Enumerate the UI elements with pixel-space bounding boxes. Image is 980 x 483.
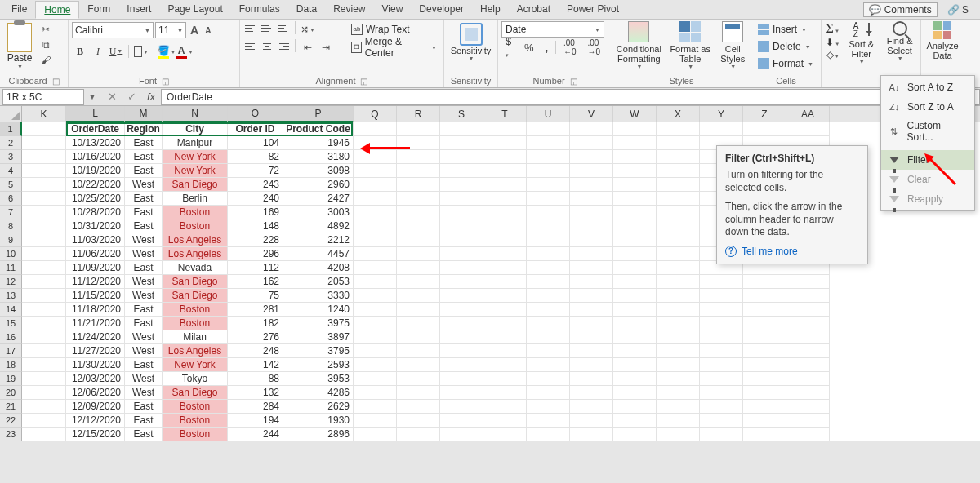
cell[interactable]: [397, 192, 440, 206]
cell[interactable]: [483, 386, 527, 400]
cell[interactable]: [354, 247, 397, 261]
cell[interactable]: [613, 261, 657, 275]
cell[interactable]: [613, 358, 657, 372]
cell[interactable]: [743, 344, 786, 358]
cell[interactable]: East: [125, 358, 163, 372]
cell[interactable]: [483, 344, 527, 358]
cell[interactable]: Boston: [163, 414, 228, 428]
cell[interactable]: [440, 178, 483, 192]
cell[interactable]: West: [125, 247, 163, 261]
cell[interactable]: [786, 122, 830, 136]
increase-decimal-button[interactable]: .00←0: [559, 38, 581, 56]
cell[interactable]: 1240: [283, 303, 354, 317]
tab-developer[interactable]: Developer: [411, 1, 472, 19]
cell[interactable]: [570, 372, 613, 386]
cell[interactable]: [354, 317, 397, 330]
col-header-P[interactable]: P: [283, 106, 354, 122]
cell[interactable]: San Diego: [163, 178, 228, 192]
menu-sort-za[interactable]: Z↓Sort Z to A: [881, 97, 974, 117]
cell[interactable]: East: [125, 150, 163, 164]
cell[interactable]: [354, 386, 397, 400]
cell[interactable]: [613, 330, 657, 344]
cell[interactable]: [22, 289, 66, 303]
cell[interactable]: 10/22/2020: [66, 178, 125, 192]
cell[interactable]: [570, 206, 613, 219]
cell[interactable]: [22, 303, 66, 317]
row-header[interactable]: 3: [0, 150, 22, 164]
dialog-launcher-icon[interactable]: ◲: [162, 77, 169, 86]
cell[interactable]: [440, 317, 483, 330]
cell[interactable]: [527, 414, 570, 428]
cell[interactable]: [354, 136, 397, 150]
cell[interactable]: 11/15/2020: [66, 289, 125, 303]
cell[interactable]: [440, 233, 483, 247]
cell[interactable]: [397, 275, 440, 289]
col-header-R[interactable]: R: [397, 106, 440, 122]
row-header[interactable]: 4: [0, 164, 22, 178]
cell[interactable]: [657, 400, 700, 414]
cell[interactable]: [440, 247, 483, 261]
cell[interactable]: 169: [228, 206, 283, 219]
cell[interactable]: [657, 247, 700, 261]
cell[interactable]: [483, 261, 527, 275]
align-left-button[interactable]: [243, 39, 258, 54]
col-header-N[interactable]: N: [163, 106, 228, 122]
cell[interactable]: [22, 261, 66, 275]
cell[interactable]: [613, 303, 657, 317]
cell[interactable]: 3953: [283, 372, 354, 386]
cell[interactable]: [570, 261, 613, 275]
dialog-launcher-icon[interactable]: ◲: [570, 77, 577, 86]
cell[interactable]: 276: [228, 330, 283, 344]
cell[interactable]: [354, 219, 397, 233]
cell[interactable]: 248: [228, 344, 283, 358]
cell[interactable]: [657, 136, 700, 150]
indent-increase-button[interactable]: ⇥: [318, 39, 334, 55]
cell[interactable]: Boston: [163, 317, 228, 330]
cell[interactable]: 11/24/2020: [66, 330, 125, 344]
cell[interactable]: [570, 344, 613, 358]
cell[interactable]: [570, 233, 613, 247]
cell[interactable]: 284: [228, 400, 283, 414]
cell[interactable]: [743, 358, 786, 372]
tab-data[interactable]: Data: [288, 1, 325, 19]
cell[interactable]: [786, 330, 830, 344]
cell[interactable]: [743, 330, 786, 344]
cell[interactable]: [527, 150, 570, 164]
cell[interactable]: [657, 150, 700, 164]
cell[interactable]: [483, 414, 527, 428]
cell[interactable]: [440, 330, 483, 344]
cell[interactable]: San Diego: [163, 275, 228, 289]
cell[interactable]: 10/19/2020: [66, 164, 125, 178]
row-header[interactable]: 7: [0, 206, 22, 219]
cell[interactable]: [483, 219, 527, 233]
cell[interactable]: [483, 400, 527, 414]
cell[interactable]: 10/16/2020: [66, 150, 125, 164]
cell[interactable]: 142: [228, 358, 283, 372]
cell[interactable]: New York: [163, 164, 228, 178]
cell[interactable]: Region: [125, 122, 163, 136]
cell[interactable]: [527, 233, 570, 247]
cell[interactable]: [527, 303, 570, 317]
cell[interactable]: [354, 372, 397, 386]
cell[interactable]: 4286: [283, 386, 354, 400]
cell[interactable]: [440, 164, 483, 178]
cell[interactable]: East: [125, 219, 163, 233]
cell[interactable]: [700, 344, 743, 358]
cell[interactable]: East: [125, 206, 163, 219]
cell[interactable]: 11/21/2020: [66, 317, 125, 330]
cell[interactable]: [570, 247, 613, 261]
cell[interactable]: [397, 303, 440, 317]
cell[interactable]: [570, 386, 613, 400]
cell[interactable]: 4208: [283, 261, 354, 275]
cell[interactable]: [397, 219, 440, 233]
cell[interactable]: [786, 372, 830, 386]
cell[interactable]: East: [125, 428, 163, 441]
cell[interactable]: [397, 206, 440, 219]
cell[interactable]: [570, 289, 613, 303]
row-header[interactable]: 14: [0, 303, 22, 317]
tab-acrobat[interactable]: Acrobat: [509, 1, 559, 19]
cell[interactable]: [613, 289, 657, 303]
cell[interactable]: 2629: [283, 400, 354, 414]
row-header[interactable]: 9: [0, 233, 22, 247]
col-header-S[interactable]: S: [440, 106, 483, 122]
